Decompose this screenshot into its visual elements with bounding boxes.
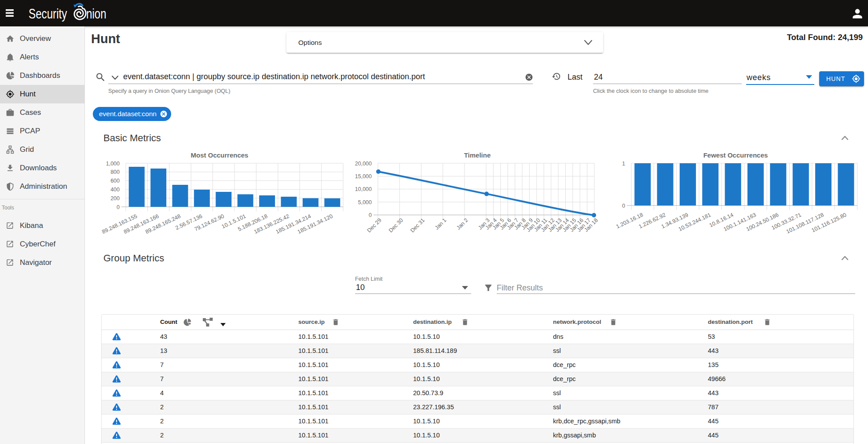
- svg-text:800: 800: [110, 169, 120, 175]
- svg-text:0: 0: [622, 203, 625, 209]
- svg-text:15,000: 15,000: [355, 173, 372, 180]
- svg-text:200: 200: [110, 195, 120, 202]
- svg-text:Jan 2: Jan 2: [455, 217, 469, 231]
- svg-text:89.248.163.155: 89.248.163.155: [101, 213, 138, 235]
- svg-text:Jan 1: Jan 1: [434, 217, 448, 231]
- svg-text:20,000: 20,000: [355, 161, 372, 167]
- svg-text:Most Occurrences: Most Occurrences: [191, 151, 249, 159]
- svg-text:Dec 29: Dec 29: [366, 217, 383, 234]
- svg-text:1: 1: [622, 161, 625, 167]
- svg-text:10,000: 10,000: [355, 186, 372, 192]
- svg-text:400: 400: [110, 187, 120, 193]
- svg-text:101.108.117.128: 101.108.117.128: [785, 212, 825, 235]
- svg-text:Timeline: Timeline: [464, 151, 491, 159]
- svg-text:Dec 31: Dec 31: [409, 217, 426, 234]
- svg-text:600: 600: [110, 178, 120, 184]
- svg-text:Fewest Occurrences: Fewest Occurrences: [703, 151, 768, 159]
- svg-text:0: 0: [117, 204, 120, 210]
- svg-text:Dec 30: Dec 30: [388, 217, 404, 234]
- svg-text:0: 0: [369, 212, 372, 218]
- svg-text:5,000: 5,000: [358, 199, 372, 205]
- svg-text:1,000: 1,000: [106, 161, 120, 167]
